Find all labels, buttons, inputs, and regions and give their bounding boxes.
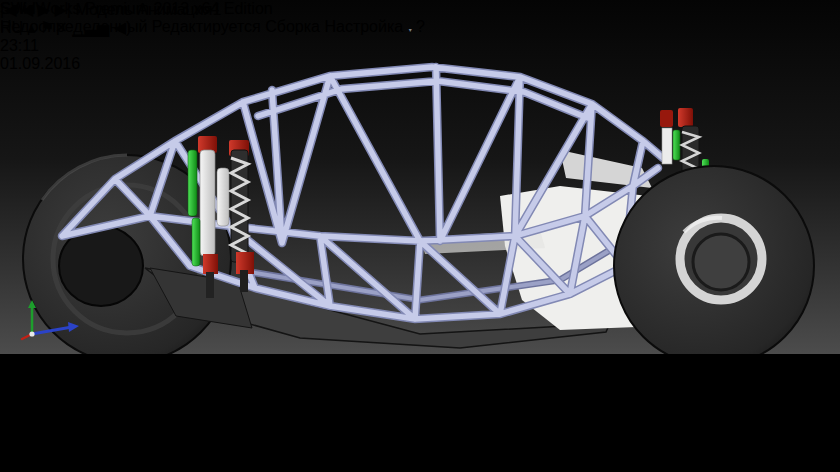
panel-toggle-icon[interactable]: ▣ — [0, 467, 15, 472]
solidworks-app-icon: SW — [0, 0, 26, 17]
volume-icon[interactable]: ◀) — [114, 19, 132, 36]
dropdown-arrow-icon[interactable]: ▾ — [127, 448, 134, 465]
tab-layout[interactable]: Расположение — [0, 376, 840, 394]
action-center-flag-icon[interactable]: ⚑✕ — [40, 19, 68, 36]
taskbar-clock[interactable]: 23:11 01.09.2016 — [0, 37, 840, 73]
view-orientation-icon[interactable]: ▦ — [46, 448, 58, 465]
doc-close-button[interactable]: ✕ — [74, 467, 87, 472]
heads-up-view-toolbar: ⌕ ⌖ ✎ ▦ ▾ ◧ ▾ ◒ ▾ ▾ ▭ ▾ — [0, 448, 840, 466]
command-manager-tabs: Сборка Расположение Эскиз Анализировать … — [0, 358, 840, 448]
network-signal-icon[interactable]: ▁▃▅ — [72, 19, 109, 36]
section-view-icon[interactable]: ✎ — [27, 448, 42, 465]
clock-date: 01.09.2016 — [0, 55, 840, 73]
show-hidden-icons-button[interactable]: ▴ — [28, 19, 36, 36]
clock-time: 23:11 — [0, 37, 840, 55]
tab-office-products[interactable]: Продукты Office — [0, 430, 840, 448]
zoom-fit-icon[interactable]: ⌕ — [0, 448, 9, 465]
dropdown-arrow-icon[interactable]: ▾ — [155, 448, 162, 465]
dropdown-arrow-icon[interactable]: ▾ — [63, 448, 70, 465]
tab-assembly[interactable]: Сборка — [0, 358, 840, 376]
hide-show-items-icon[interactable]: ◒ — [102, 448, 112, 465]
windows-taskbar: SW RU ▴ ⚑✕ ▁▃▅ ◀) 23:11 01.09.2016 — [0, 0, 840, 73]
dropdown-arrow-icon[interactable]: ▾ — [90, 448, 97, 465]
doc-restore-button[interactable]: ❐ — [55, 467, 69, 472]
zoom-area-icon[interactable]: ⌖ — [13, 448, 22, 465]
dropdown-arrow-icon[interactable]: ▾ — [116, 448, 123, 465]
view-settings-icon[interactable]: ▭ — [138, 448, 150, 465]
solidworks-taskbar-button[interactable]: SW — [0, 0, 840, 18]
document-window-controls: ▣ ▣ ─ ❐ ✕ — [0, 466, 840, 472]
tab-evaluate[interactable]: Анализировать — [0, 412, 840, 430]
language-indicator[interactable]: RU — [0, 19, 23, 36]
system-tray: RU ▴ ⚑✕ ▁▃▅ ◀) 23:11 01.09.2016 — [0, 18, 840, 73]
alert-badge-icon: ✕ — [54, 19, 67, 36]
tab-sketch[interactable]: Эскиз — [0, 394, 840, 412]
front-wheel[interactable] — [614, 166, 814, 354]
panel-toggle-icon[interactable]: ▣ — [20, 467, 35, 472]
display-style-icon[interactable]: ◧ — [74, 448, 86, 465]
doc-minimize-button[interactable]: ─ — [39, 467, 50, 472]
